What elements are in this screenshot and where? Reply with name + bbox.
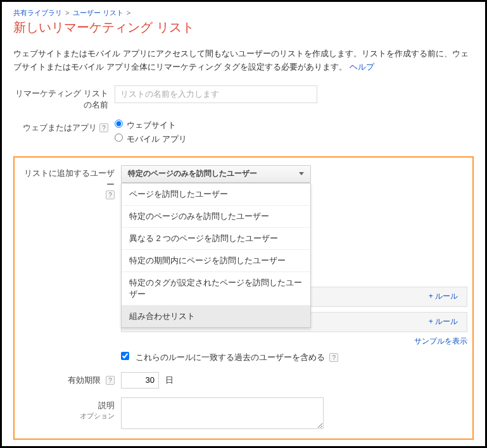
label-add-users: リストに追加するユーザー ? xyxy=(20,165,121,199)
sample-link[interactable]: サンプルを表示 xyxy=(414,337,467,345)
help-icon[interactable]: ? xyxy=(106,376,115,385)
dropdown-option[interactable]: 組み合わせリスト xyxy=(122,306,310,327)
list-name-input[interactable] xyxy=(115,85,317,103)
rules-highlight-box: リストに追加するユーザー ? 特定のページのみを訪問したユーザー ページを訪問し… xyxy=(13,156,474,440)
breadcrumb-sep: > xyxy=(65,9,69,16)
radio-website-input[interactable] xyxy=(115,120,123,128)
dropdown-option[interactable]: ページを訪問したユーザー xyxy=(122,184,310,206)
include-past-checkbox[interactable] xyxy=(121,352,129,360)
radio-mobile-app-input[interactable] xyxy=(115,134,123,142)
intro-body: ウェブサイトまたはモバイル アプリにアクセスして間もないユーザーのリストを作成し… xyxy=(13,49,469,72)
duration-suffix: 日 xyxy=(165,375,174,385)
description-textarea[interactable] xyxy=(121,397,324,429)
radio-mobile-app[interactable]: モバイル アプリ xyxy=(115,134,474,145)
help-icon[interactable]: ? xyxy=(106,190,115,199)
label-description-sub: オプション xyxy=(20,411,115,421)
label-web-or-app: ウェブまたはアプリ? xyxy=(13,120,115,134)
radio-website[interactable]: ウェブサイト xyxy=(115,120,474,131)
intro-text: ウェブサイトまたはモバイル アプリにアクセスして間もないユーザーのリストを作成し… xyxy=(13,47,474,74)
user-type-dropdown-menu: ページを訪問したユーザー 特定のページのみを訪問したユーザー 異なる 2 つのペ… xyxy=(121,183,311,328)
help-link[interactable]: ヘルプ xyxy=(350,62,374,72)
help-icon[interactable]: ? xyxy=(329,353,338,362)
duration-input[interactable] xyxy=(121,372,159,389)
breadcrumb-shared-library[interactable]: 共有ライブラリ xyxy=(13,9,62,16)
dropdown-option[interactable]: 特定の期間内にページを訪問したユーザー xyxy=(122,250,310,272)
dropdown-option[interactable]: 特定のタグが設定されたページを訪問したユーザー xyxy=(122,272,310,306)
chevron-down-icon xyxy=(299,172,304,175)
add-rule-link[interactable]: + ルール xyxy=(429,316,458,327)
breadcrumb-user-list[interactable]: ユーザー リスト xyxy=(73,9,123,16)
include-past-row: これらのルールに一致する過去のユーザーを含める ? xyxy=(121,352,467,363)
breadcrumb: 共有ライブラリ > ユーザー リスト > xyxy=(13,8,474,18)
add-rule-link[interactable]: + ルール xyxy=(429,291,458,302)
dropdown-selected-label: 特定のページのみを訪問したユーザー xyxy=(128,168,257,179)
dropdown-option[interactable]: 異なる 2 つのページを訪問したユーザー xyxy=(122,228,310,250)
label-description: 説明 オプション xyxy=(20,397,121,421)
label-duration: 有効期限 ? xyxy=(20,372,121,386)
include-past-label: これらのルールに一致する過去のユーザーを含める xyxy=(136,352,325,362)
page-title: 新しいリマーケティング リスト xyxy=(13,19,474,36)
user-type-dropdown[interactable]: 特定のページのみを訪問したユーザー xyxy=(121,165,311,183)
dropdown-option[interactable]: 特定のページのみを訪問したユーザー xyxy=(122,206,310,228)
breadcrumb-sep: > xyxy=(127,9,130,16)
help-icon[interactable]: ? xyxy=(99,123,108,132)
label-list-name: リマーケティング リストの名前 xyxy=(13,85,115,111)
